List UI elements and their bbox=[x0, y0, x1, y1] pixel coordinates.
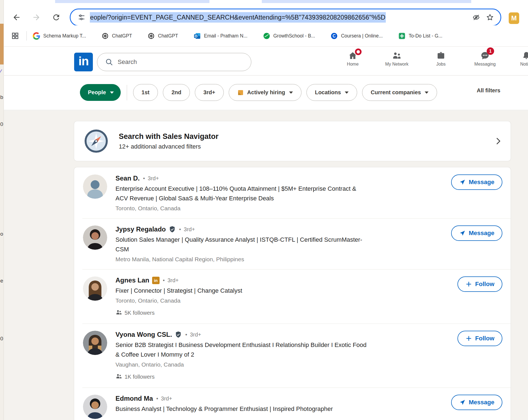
result-info: Sean D.•3rd+Enterprise Account Executive… bbox=[115, 174, 446, 212]
bookmark-coursera-online[interactable]: CCoursera | Online... bbox=[330, 32, 382, 40]
profile-location: Metro Manila, National Capital Region, P… bbox=[115, 256, 446, 263]
background-window-fragment: b bbox=[0, 94, 3, 100]
send-icon bbox=[459, 399, 466, 406]
all-filters-link[interactable]: All filters bbox=[477, 87, 500, 94]
degree-separator: • bbox=[185, 332, 187, 338]
filter-pills: People 1st2nd3rd+Actively hiringLocation… bbox=[80, 84, 437, 101]
apps-grid-icon[interactable] bbox=[11, 32, 19, 40]
profile-name-link[interactable]: Sean D. bbox=[115, 174, 140, 182]
background-window-fragment: e bbox=[0, 278, 3, 284]
profile-photo[interactable] bbox=[83, 395, 107, 419]
bookmark-items: Schema Markup T...ChatGPTChatGPTEmail - … bbox=[33, 32, 442, 40]
send-icon bbox=[459, 230, 466, 236]
connection-degree: 3rd+ bbox=[184, 226, 195, 233]
action-button-label: Message bbox=[469, 230, 494, 237]
jobs-icon bbox=[437, 51, 445, 60]
filter-pill-locations[interactable]: Locations bbox=[306, 84, 357, 101]
filter-pill-1st[interactable]: 1st bbox=[133, 84, 158, 101]
network-icon bbox=[392, 51, 401, 60]
bookmark-label: To-Do List - G... bbox=[409, 33, 443, 39]
profile-photo[interactable] bbox=[83, 331, 107, 355]
bookmark-growthschool-b[interactable]: GrowthSchool - B... bbox=[263, 32, 315, 40]
result-action: Follow bbox=[452, 276, 502, 292]
url-text[interactable]: eople/?origin=EVENT_PAGE_CANNED_SEARCH&e… bbox=[90, 12, 386, 23]
eye-off-icon[interactable] bbox=[472, 14, 480, 21]
filter-pill-2nd[interactable]: 2nd bbox=[163, 84, 190, 101]
pill-divider bbox=[127, 85, 127, 100]
filter-pill-3rd[interactable]: 3rd+ bbox=[195, 84, 224, 101]
filter-people-label: People bbox=[88, 89, 106, 96]
bookmark-label: ChatGPT bbox=[158, 33, 178, 39]
bookmark-label: GrowthSchool - B... bbox=[273, 33, 315, 39]
profile-headline: Enterprise Account Executive | 108–110% … bbox=[115, 184, 443, 203]
extension-m-icon[interactable]: M bbox=[509, 12, 519, 24]
bookmark-schema-markup-t[interactable]: Schema Markup T... bbox=[33, 32, 86, 40]
degree-separator: • bbox=[179, 226, 181, 233]
sales-navigator-title: Search with Sales Navigator bbox=[119, 132, 219, 141]
bookmark-chatgpt[interactable]: ChatGPT bbox=[101, 32, 132, 40]
nav-item-home[interactable]: Home bbox=[331, 47, 375, 76]
linkedin-logo[interactable]: in bbox=[74, 53, 93, 71]
filter-pill-label: Current companies bbox=[371, 89, 421, 96]
chevron-down-icon bbox=[110, 91, 114, 94]
nav-item-jobs[interactable]: Jobs bbox=[419, 47, 463, 76]
nav-item-messaging[interactable]: 1Messaging bbox=[463, 47, 507, 76]
action-button-label: Follow bbox=[475, 335, 494, 342]
nav-item-label: Jobs bbox=[436, 62, 446, 67]
sales-navigator-compass-icon bbox=[84, 129, 108, 153]
nav-item-notific[interactable]: Notific bbox=[507, 47, 528, 76]
search-results-list: Sean D.•3rd+Enterprise Account Executive… bbox=[74, 167, 511, 420]
profile-name-link[interactable]: Jypsy Regalado bbox=[115, 225, 166, 233]
profile-photo[interactable] bbox=[83, 276, 107, 301]
search-input[interactable]: Search bbox=[97, 53, 251, 71]
background-window-fragment: ∕ bbox=[0, 68, 1, 74]
profile-photo[interactable] bbox=[83, 225, 107, 250]
inactive-tab-edge[interactable] bbox=[262, 0, 471, 3]
background-window-fragment: o bbox=[0, 231, 3, 237]
sales-navigator-banner[interactable]: Search with Sales Navigator 12+ addition… bbox=[74, 121, 511, 161]
nav-item-my-network[interactable]: My Network bbox=[375, 47, 419, 76]
background-window-sliver: ∕ b 0 o e 0 bbox=[0, 0, 4, 420]
google-icon bbox=[33, 32, 40, 40]
bookmark-label: ChatGPT bbox=[112, 33, 132, 39]
followers-icon bbox=[115, 309, 122, 317]
bookmark-email-pratham-n[interactable]: Email - Pratham N... bbox=[193, 32, 247, 40]
degree-separator: • bbox=[163, 277, 165, 284]
filter-pill-actively-hiring[interactable]: Actively hiring bbox=[229, 84, 301, 101]
filter-people-pill[interactable]: People bbox=[80, 84, 121, 101]
bookmark-star-icon[interactable] bbox=[486, 14, 494, 21]
reload-icon[interactable] bbox=[52, 13, 61, 22]
message-button[interactable]: Message bbox=[451, 395, 502, 410]
url-bar[interactable]: eople/?origin=EVENT_PAGE_CANNED_SEARCH&e… bbox=[70, 9, 501, 26]
followers-row: 5K followers bbox=[115, 309, 452, 317]
forward-icon[interactable] bbox=[32, 13, 41, 22]
profile-headline: Solution Sales Manager | Quality Assuran… bbox=[115, 235, 443, 254]
todo-icon bbox=[398, 32, 406, 40]
site-settings-icon[interactable] bbox=[78, 14, 85, 21]
send-icon bbox=[459, 179, 466, 185]
back-icon[interactable] bbox=[12, 13, 21, 22]
bookmark-chatgpt[interactable]: ChatGPT bbox=[147, 32, 178, 40]
profile-location: Vaughan, Ontario, Canada bbox=[115, 361, 452, 368]
browser-toolbar: eople/?origin=EVENT_PAGE_CANNED_SEARCH&e… bbox=[0, 3, 528, 25]
bookmark-to-do-list-g[interactable]: To-Do List - G... bbox=[398, 32, 443, 40]
profile-location: Toronto, Ontario, Canada bbox=[115, 297, 452, 304]
follow-button[interactable]: Follow bbox=[457, 331, 502, 346]
inactive-tab-edge[interactable] bbox=[55, 0, 209, 3]
chevron-down-icon bbox=[345, 91, 349, 94]
message-button[interactable]: Message bbox=[451, 174, 502, 190]
background-window-fragment: 0 bbox=[0, 121, 3, 127]
result-name-row: Sean D.•3rd+ bbox=[115, 174, 446, 182]
follow-button[interactable]: Follow bbox=[457, 276, 502, 292]
filter-pill-current-companies[interactable]: Current companies bbox=[362, 84, 437, 101]
profile-photo[interactable] bbox=[83, 174, 107, 199]
message-button[interactable]: Message bbox=[451, 225, 502, 241]
chevron-right-icon[interactable] bbox=[494, 137, 502, 145]
verified-badge-icon bbox=[169, 226, 176, 233]
action-button-label: Message bbox=[469, 399, 494, 406]
profile-name-link[interactable]: Edmond Ma bbox=[115, 395, 153, 402]
profile-name-link[interactable]: Vyona Wong CSL. bbox=[115, 331, 172, 338]
profile-name-link[interactable]: Agnes Lan bbox=[115, 276, 149, 284]
outlook-icon bbox=[193, 32, 201, 40]
bell-icon bbox=[522, 51, 528, 60]
